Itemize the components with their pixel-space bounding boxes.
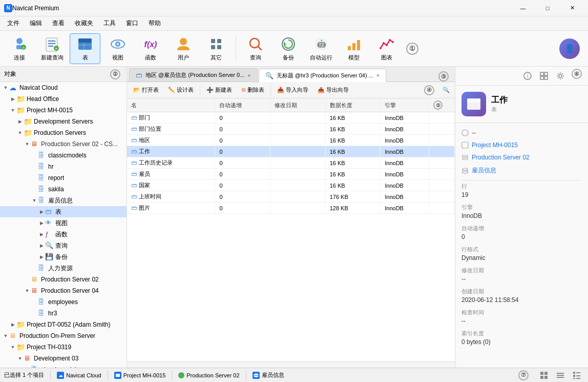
btn-import[interactable]: 📥 导入向导 <box>273 85 312 95</box>
table-row[interactable]: 🗃部门 0 16 KB InnoDB <box>127 112 455 124</box>
sidebar-item-classicmodels[interactable]: ▶ 🗄 classicmodels <box>0 150 127 161</box>
status-navicat-cloud[interactable]: ☁ Navicat Cloud <box>53 371 105 380</box>
sidebar-item-renliziyuan[interactable]: ▶ 🗄 人力资源 <box>0 263 127 274</box>
col-engine[interactable]: 引擎 <box>381 98 429 112</box>
rp-grid-btn[interactable] <box>537 69 551 83</box>
table-row[interactable]: 🗃地区 0 16 KB InnoDB <box>127 135 455 146</box>
toolbar-newquery[interactable]: + 新建查询 <box>37 33 68 64</box>
status-view-btn3[interactable] <box>570 368 584 383</box>
status-view-btn2[interactable] <box>553 368 568 383</box>
table-row[interactable]: 🗃国家 0 16 KB InnoDB <box>127 180 455 191</box>
sidebar-item-prod-server-02b[interactable]: ▶ 🖥 Production Server 02 <box>0 274 127 285</box>
menu-help[interactable]: 帮助 <box>143 17 166 30</box>
sidebar-item-employees[interactable]: ▶ 🗄 employees <box>0 296 127 308</box>
toolbar-other[interactable]: 其它 <box>201 33 232 64</box>
sidebar-item-hr3[interactable]: ▶ 🗄 hr3 <box>0 308 127 319</box>
rp-val-project[interactable]: Project MH-0015 <box>472 142 518 149</box>
btn-search[interactable]: 🔍 <box>439 85 453 95</box>
btn-design-table[interactable]: ✏️ 设计表 <box>164 85 198 95</box>
rp-val-db[interactable]: 雇员信息 <box>472 166 496 175</box>
status-server[interactable]: Production Server 02 <box>174 371 243 379</box>
rp-badge6[interactable]: ⑥ <box>572 69 582 79</box>
sidebar-item-hr[interactable]: ▶ 🗄 hr <box>0 161 127 172</box>
menu-favorites[interactable]: 收藏夹 <box>70 17 98 30</box>
sidebar-item-prod-server-04[interactable]: ▼ 🖥 Production Server 04 <box>0 285 127 296</box>
sidebar-item-prod-server-02[interactable]: ▼ 🖥 Production Server 02 - CS... <box>0 138 127 150</box>
btn-delete-table[interactable]: ⊖ 删除表 <box>237 85 268 95</box>
menu-tools[interactable]: 工具 <box>98 17 121 30</box>
toolbar-table[interactable]: 表 <box>70 33 100 64</box>
svg-rect-41 <box>544 76 548 79</box>
sidebar-item-dev03[interactable]: ▼ 🖥 Development 03 <box>0 353 127 364</box>
tab-wubiaoti-close[interactable]: × <box>376 72 380 78</box>
sidebar-item-dev-servers[interactable]: ▶ 📁 Development Servers <box>0 116 127 127</box>
toolbar-user[interactable]: 用户 <box>168 33 199 64</box>
sidebar-item-project-th0319[interactable]: ▼ 📁 Project TH-0319 <box>0 341 127 353</box>
tab-dizhi-close[interactable]: × <box>247 72 250 78</box>
table-badge5[interactable]: ⑤ <box>433 100 443 110</box>
user-avatar[interactable]: 👤 <box>559 38 580 59</box>
sidebar-item-head-office[interactable]: ▶ 📁 Head Office <box>0 93 127 105</box>
svg-text:+: + <box>23 46 25 50</box>
col-name[interactable]: 名 <box>127 98 215 112</box>
status-project[interactable]: Project MH-0015 <box>110 371 170 380</box>
sidebar-item-views[interactable]: ▶ 👁 视图 <box>0 217 127 229</box>
toolbar-connect[interactable]: + 连接 <box>4 33 35 64</box>
toolbar-autorun[interactable]: 🤖 自动运行 <box>306 33 337 64</box>
table-row[interactable]: 🗃部门位置 0 16 KB InnoDB <box>127 124 455 135</box>
menu-window[interactable]: 窗口 <box>121 17 143 30</box>
btn-new-table[interactable]: ➕ 新建表 <box>202 85 236 95</box>
sidebar-item-project-dt0052[interactable]: ▶ 📁 Project DT-0052 (Adam Smith) <box>0 319 127 330</box>
menu-file[interactable]: 文件 <box>2 17 25 30</box>
menu-edit[interactable]: 编辑 <box>25 17 47 30</box>
toolbar-query[interactable]: 查询 <box>240 33 271 64</box>
sidebar-item-functions[interactable]: ▶ ƒ 函数 <box>0 229 127 240</box>
content-badge4[interactable]: ④ <box>424 85 434 95</box>
table-row[interactable]: 🗃工作历史记录 0 16 KB InnoDB <box>127 157 455 169</box>
horizontal-scrollbar[interactable] <box>127 361 455 368</box>
btn-open-table[interactable]: 📂 打开表 <box>129 85 163 95</box>
sidebar-badge2[interactable]: ② <box>110 69 120 79</box>
toolbar-badge1[interactable]: ① <box>406 43 418 55</box>
table-row-selected[interactable]: 🗃工作 0 16 KB InnoDB <box>127 146 455 157</box>
sidebar-item-prod-on-prem[interactable]: ▼ 🖥 Production On-Prem Server <box>0 330 127 341</box>
table-row[interactable]: 🗃雇员 0 16 KB InnoDB <box>127 169 455 180</box>
sidebar-item-tables[interactable]: ▶ 🗃 表 <box>0 206 127 217</box>
sidebar-item-sakila[interactable]: ▶ 🗄 sakila <box>0 184 127 195</box>
maximize-button[interactable]: □ <box>536 0 559 16</box>
sidebar-label-views: 视图 <box>55 219 68 228</box>
sidebar-item-report[interactable]: ▶ 🗄 report <box>0 172 127 184</box>
status-badge7[interactable]: ⑦ <box>518 370 529 380</box>
col-auto[interactable]: 自动递增 <box>215 98 270 112</box>
table-row[interactable]: 🗃图片 0 128 KB InnoDB <box>127 203 455 214</box>
toolbar-chart[interactable]: 图表 <box>371 33 402 64</box>
menu-view[interactable]: 查看 <box>47 17 70 30</box>
rp-info-btn[interactable]: i <box>520 69 535 83</box>
status-view-btn1[interactable] <box>537 368 551 383</box>
tab-wubiaoti[interactable]: 🔍 无标题 @hr3 (Production Server 04) ... × <box>259 69 387 82</box>
minimize-button[interactable]: — <box>511 0 535 16</box>
close-button[interactable]: ✕ <box>560 0 584 16</box>
sidebar-item-yuangongxinxi[interactable]: ▼ 🗄 雇员信息 <box>0 195 127 206</box>
rp-settings-btn[interactable] <box>553 69 568 83</box>
toolbar-backup[interactable]: 备份 <box>273 33 304 64</box>
rp-val-server[interactable]: Production Server 02 <box>472 154 530 161</box>
btn-export[interactable]: 📤 导出向导 <box>313 85 353 95</box>
sidebar-item-queries[interactable]: ▶ 🔍 查询 <box>0 240 127 251</box>
toolbar-model[interactable]: 模型 <box>339 33 369 64</box>
sidebar-item-navicat-cloud[interactable]: ▼ ☁ Navicat Cloud <box>0 82 127 93</box>
tab-badge3[interactable]: ③ <box>438 71 449 82</box>
toolbar-view[interactable]: 视图 <box>102 33 133 64</box>
toolbar-function[interactable]: f(x) 函数 <box>135 33 166 64</box>
col-date[interactable]: 修改日期 <box>270 98 326 112</box>
table-row[interactable]: 🗃上班时间 0 176 KB InnoDB <box>127 191 455 203</box>
cell-date <box>270 169 326 180</box>
status-label-cloud: Navicat Cloud <box>66 372 101 378</box>
tab-dizhi[interactable]: 🗃 地区 @雇员信息 (Production Server 0... × <box>129 68 258 82</box>
sidebar-item-prod-servers[interactable]: ▼ 📁 Production Servers <box>0 127 127 138</box>
status-db[interactable]: 雇员信息 <box>248 370 288 380</box>
col-size[interactable]: 数据长度 <box>325 98 381 112</box>
sidebar-item-project-mh0015[interactable]: ▼ 📁 Project MH-0015 <box>0 105 127 116</box>
sidebar-item-classicmodels2[interactable]: ▶ 🗄 classicmodels <box>0 364 127 368</box>
sidebar-item-backups[interactable]: ▶ 💾 备份 <box>0 251 127 263</box>
